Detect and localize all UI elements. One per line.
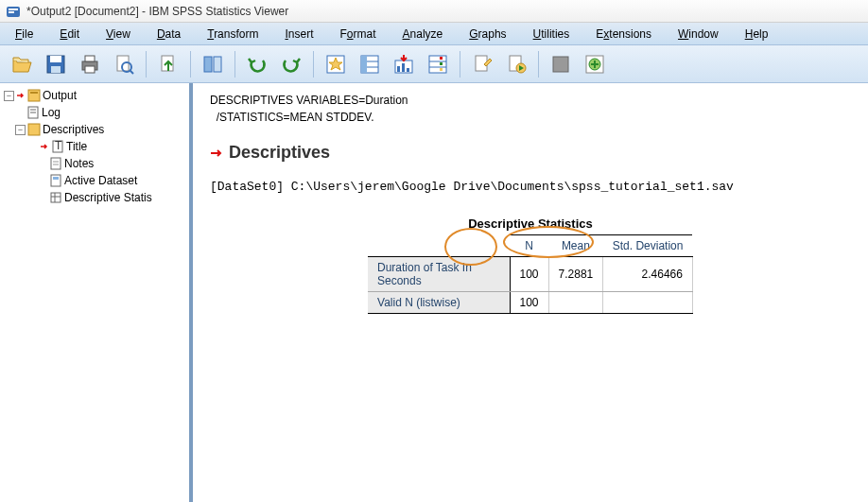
svg-line-11 <box>130 70 133 74</box>
toolbar-preview-button[interactable] <box>110 50 138 78</box>
cell-mean: 7.2881 <box>548 257 603 292</box>
menu-view[interactable]: View <box>95 26 142 43</box>
toolbar-chart-down-button[interactable] <box>390 50 418 78</box>
toolbar-separator <box>234 51 235 78</box>
toolbar-page-play-button[interactable] <box>502 50 530 78</box>
toolbar-separator <box>146 51 147 78</box>
cell-n: 100 <box>510 257 548 292</box>
svg-rect-1 <box>9 9 18 10</box>
menu-window[interactable]: Window <box>667 26 730 43</box>
svg-rect-29 <box>440 68 443 71</box>
arrow-icon <box>210 147 223 160</box>
menu-format[interactable]: Format <box>329 26 388 43</box>
toolbar-plus-button[interactable] <box>581 50 609 78</box>
svg-rect-23 <box>407 68 409 72</box>
save-icon <box>44 53 67 76</box>
tree-item-active-dataset[interactable]: Active Dataset <box>2 172 187 189</box>
tree-label: Log <box>42 106 61 119</box>
tree-item-log[interactable]: Log <box>2 104 187 121</box>
svg-rect-14 <box>214 57 221 72</box>
table-row: Valid N (listwise) 100 <box>368 292 692 314</box>
svg-rect-38 <box>28 90 40 101</box>
menu-edit[interactable]: Edit <box>48 26 91 43</box>
menu-utilities[interactable]: Utilities <box>522 26 582 43</box>
plus-icon <box>583 53 606 76</box>
tree-item-title[interactable]: T Title <box>2 138 187 155</box>
svg-rect-8 <box>85 66 95 73</box>
svg-text:T: T <box>55 140 62 152</box>
table-title: Descriptive Statistics <box>346 216 715 231</box>
col-sd: Std. Deviation <box>603 235 693 257</box>
cell-sd: 2.46466 <box>603 257 693 292</box>
menu-insert[interactable]: Insert <box>273 26 324 43</box>
toolbar-save-button[interactable] <box>42 50 70 78</box>
svg-rect-5 <box>51 66 61 73</box>
menu-graphs[interactable]: Graphs <box>458 26 517 43</box>
titlebar: *Output2 [Document2] - IBM SPSS Statisti… <box>0 0 868 23</box>
svg-rect-17 <box>361 56 367 73</box>
svg-rect-49 <box>51 175 61 186</box>
collapse-icon[interactable]: − <box>4 91 14 101</box>
tree-root-output[interactable]: − Output <box>2 87 187 104</box>
redo-icon <box>280 53 303 76</box>
svg-rect-21 <box>397 66 400 72</box>
stats-table-wrap: Descriptive Statistics N Mean Std. Devia… <box>210 216 851 314</box>
col-blank <box>368 235 510 257</box>
toolbar-open-button[interactable] <box>8 50 36 78</box>
tree-label: Notes <box>64 157 94 170</box>
toolbar-separator <box>538 51 539 78</box>
tree-label: Active Dataset <box>64 174 137 187</box>
menubar: FileEditViewDataTransformInsertFormatAna… <box>0 23 868 45</box>
menu-transform[interactable]: Transform <box>196 26 269 43</box>
grid-left-icon <box>358 53 381 76</box>
svg-rect-22 <box>402 63 405 72</box>
row-label: Duration of Task In Seconds <box>368 257 510 292</box>
toolbar-grid-left-button[interactable] <box>356 50 384 78</box>
tree-label: Output <box>43 89 77 102</box>
toolbar-star-chart-button[interactable] <box>321 50 350 78</box>
toolbar-export-button[interactable] <box>154 50 182 78</box>
toolbar <box>0 45 868 83</box>
menu-extensions[interactable]: Extensions <box>584 26 663 43</box>
toolbar-box-button[interactable] <box>547 50 575 78</box>
section-title: Descriptives <box>229 143 330 163</box>
toolbar-undo-button[interactable] <box>243 50 271 78</box>
viewer-pane: DESCRIPTIVES VARIABLES=Duration /STATIST… <box>193 83 868 502</box>
toolbar-page-edit-button[interactable] <box>468 50 496 78</box>
svg-rect-43 <box>28 124 40 135</box>
col-mean: Mean <box>548 235 603 257</box>
svg-rect-33 <box>553 57 568 72</box>
collapse-icon[interactable]: − <box>15 125 26 135</box>
menu-help[interactable]: Help <box>734 26 780 43</box>
toolbar-print-button[interactable] <box>76 50 104 78</box>
print-icon <box>78 53 101 76</box>
tree-item-descriptive-stats[interactable]: Descriptive Statis <box>2 189 187 206</box>
arrow-icon <box>16 91 26 100</box>
svg-rect-24 <box>429 56 446 73</box>
title-icon: T <box>51 140 64 153</box>
open-icon <box>10 53 33 76</box>
toolbar-separator <box>190 51 191 78</box>
cell-sd <box>603 292 693 314</box>
dataset-icon <box>49 174 62 187</box>
tree-item-notes[interactable]: Notes <box>2 155 187 172</box>
menu-data[interactable]: Data <box>146 26 192 43</box>
dataset-path: [DataSet0] C:\Users\jerem\Google Drive\D… <box>210 180 851 194</box>
grid-opts-icon <box>426 53 449 76</box>
toolbar-grid-opts-button[interactable] <box>424 50 452 78</box>
menu-analyze[interactable]: Analyze <box>391 26 455 43</box>
log-icon <box>26 106 40 119</box>
tree-item-descriptives[interactable]: − Descriptives <box>2 121 187 138</box>
panes-icon <box>201 53 224 76</box>
svg-rect-28 <box>440 62 443 65</box>
undo-icon <box>246 53 269 76</box>
toolbar-redo-button[interactable] <box>277 50 305 78</box>
menu-file[interactable]: File <box>4 26 44 43</box>
notes-icon <box>49 157 62 170</box>
folder-icon <box>27 123 41 136</box>
app-icon <box>6 4 21 19</box>
toolbar-panes-button[interactable] <box>199 50 227 78</box>
table-row: Duration of Task In Seconds 100 7.2881 2… <box>368 257 692 292</box>
svg-rect-4 <box>50 56 61 62</box>
output-icon <box>27 89 41 102</box>
